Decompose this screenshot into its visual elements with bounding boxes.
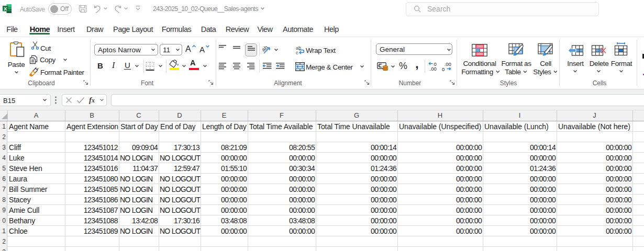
svg-text:.00: .00 bbox=[445, 62, 451, 67]
svg-text:0: 0 bbox=[442, 66, 445, 72]
svg-text:c: c bbox=[296, 50, 298, 55]
svg-text:X: X bbox=[4, 6, 7, 12]
svg-text:.00: .00 bbox=[430, 66, 437, 71]
